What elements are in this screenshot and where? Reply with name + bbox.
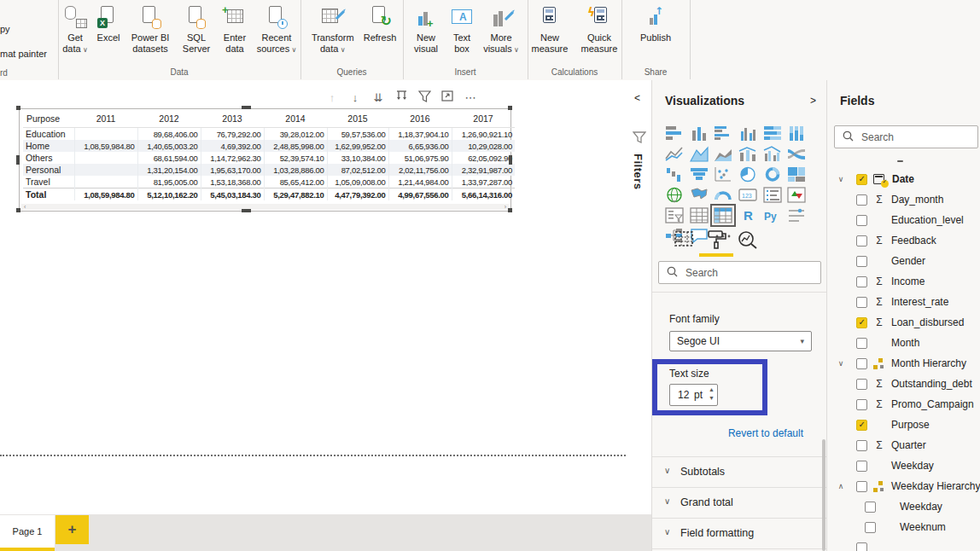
column-header[interactable]: 2014 xyxy=(264,111,327,128)
value-cell[interactable]: 1,40,65,003.20 xyxy=(137,140,201,152)
value-cell[interactable] xyxy=(74,128,137,141)
report-canvas[interactable]: ↑↓⇊⋯ Purpose2011201220132014201520162017… xyxy=(0,80,627,514)
value-cell[interactable]: 1,21,44,984.00 xyxy=(388,176,452,188)
ribbon-button-get-data[interactable]: Get data ∨ xyxy=(61,4,90,55)
python-visual-icon[interactable]: Py xyxy=(763,207,782,223)
format-pane-scrollbar[interactable] xyxy=(822,439,825,551)
value-cell[interactable]: 52,39,574.10 xyxy=(264,152,327,164)
expand-filters-chevron[interactable]: < xyxy=(634,92,640,104)
chevron-up-icon[interactable]: ∧ xyxy=(836,482,846,490)
field-item-month-hierarchy[interactable]: ∨Month Hierarchy xyxy=(827,353,980,374)
value-cell[interactable] xyxy=(74,176,137,188)
ribbon-button-excel[interactable]: XExcel xyxy=(95,4,122,44)
visual-horizontal-scrollbar[interactable]: ‹ › xyxy=(21,204,509,210)
field-item-month[interactable]: Month xyxy=(827,333,980,353)
field-item-day-month[interactable]: ΣDay_month xyxy=(827,189,980,210)
ribbon-button-recent-sources[interactable]: Recent sources ∨ xyxy=(255,4,298,55)
value-cell[interactable]: 1,62,99,952.00 xyxy=(327,140,388,152)
selection-handle[interactable] xyxy=(16,208,20,212)
ribbon-button-publish[interactable]: ↑Publish xyxy=(640,4,671,44)
value-cell[interactable]: 59,57,536.00 xyxy=(327,128,388,141)
column-header[interactable]: 2012 xyxy=(137,111,201,128)
page-tab[interactable]: Page 1 xyxy=(0,515,55,548)
filled-map-icon[interactable] xyxy=(690,187,709,203)
funnel-chart-icon[interactable] xyxy=(690,166,709,183)
field-checkbox[interactable] xyxy=(856,440,867,451)
stacked-bar-chart-icon[interactable] xyxy=(665,125,684,142)
field-item-education-level[interactable]: Education_level xyxy=(827,210,980,230)
field-item-date[interactable]: ∨Date xyxy=(827,169,980,189)
stacked-area-chart-icon[interactable] xyxy=(714,146,732,162)
total-value-cell[interactable]: 5,29,47,882.10 xyxy=(264,188,327,201)
row-header-cell[interactable]: Others xyxy=(23,152,74,164)
ribbon-button-refresh[interactable]: ↻Refresh xyxy=(364,4,397,44)
selection-handle[interactable] xyxy=(16,106,20,110)
ribbon-button-new-visual[interactable]: +New visual xyxy=(409,4,443,55)
total-value-cell[interactable]: 1,08,59,984.80 xyxy=(74,188,137,201)
field-checkbox[interactable] xyxy=(856,297,867,308)
column-header[interactable]: 2016 xyxy=(388,111,452,128)
field-checkbox[interactable] xyxy=(856,461,867,472)
column-header[interactable]: 2015 xyxy=(327,111,388,128)
column-header[interactable]: 2017 xyxy=(452,111,515,128)
field-checkbox[interactable] xyxy=(856,358,867,369)
total-value-cell[interactable]: 5,66,14,316.00 xyxy=(452,188,515,201)
value-cell[interactable]: 4,69,392.00 xyxy=(201,140,264,152)
card-icon[interactable]: 123 xyxy=(738,187,757,203)
stacked-column-chart-icon[interactable] xyxy=(690,125,709,142)
row-header-cell[interactable]: Education xyxy=(23,128,74,141)
field-checkbox[interactable] xyxy=(856,379,867,390)
field-checkbox[interactable] xyxy=(865,522,876,533)
ribbon-button-sql-server[interactable]: SQL Server xyxy=(178,4,214,55)
line-and-clustered-column-chart-icon[interactable] xyxy=(763,146,782,162)
row-header-cell[interactable]: Travel xyxy=(23,176,74,188)
total-value-cell[interactable]: 4,47,79,392.00 xyxy=(327,188,388,201)
field-item-weeknum[interactable]: Weeknum xyxy=(827,517,980,537)
ribbon-button-more-visuals[interactable]: More visuals ∨ xyxy=(481,4,522,55)
ribbon-chart-icon[interactable] xyxy=(787,146,806,162)
chevron-down-icon[interactable]: ∨ xyxy=(836,175,846,183)
field-checkbox[interactable] xyxy=(856,174,867,185)
revert-to-default-link[interactable]: Revert to default xyxy=(728,427,803,439)
stepper-arrows[interactable]: ▲▼ xyxy=(709,386,715,403)
field-checkbox[interactable] xyxy=(865,502,876,513)
field-checkbox[interactable] xyxy=(856,235,867,246)
selection-handle[interactable] xyxy=(508,106,512,110)
value-cell[interactable]: 89,68,406.00 xyxy=(137,128,201,141)
total-value-cell[interactable]: 5,12,10,162.20 xyxy=(137,188,201,201)
waterfall-chart-icon[interactable] xyxy=(665,166,684,183)
value-cell[interactable]: 1,18,37,904.10 xyxy=(388,128,452,141)
double-arrow-down-icon[interactable]: ⇊ xyxy=(371,91,385,104)
value-cell[interactable]: 62,05,092.90 xyxy=(452,152,515,164)
field-checkbox[interactable] xyxy=(856,481,867,492)
slider-visual-icon[interactable] xyxy=(787,207,806,223)
tab-fields[interactable] xyxy=(674,230,694,251)
ribbon-button-transform-data[interactable]: Transform data ∨ xyxy=(307,4,359,55)
value-cell[interactable]: 85,65,412.00 xyxy=(264,176,327,188)
multi-row-card-icon[interactable] xyxy=(763,187,782,203)
value-cell[interactable]: 1,33,97,287.00 xyxy=(452,176,515,188)
value-cell[interactable]: 76,79,292.00 xyxy=(201,128,264,141)
field-item-interest-rate[interactable]: ΣInterest_rate xyxy=(827,292,980,312)
value-cell[interactable]: 2,02,11,756.00 xyxy=(388,164,452,176)
value-cell[interactable]: 1,26,90,921.10 xyxy=(452,128,515,141)
text-size-stepper[interactable]: 12 pt ▲▼ xyxy=(669,384,718,406)
field-item-income[interactable]: ΣIncome xyxy=(827,271,980,292)
value-cell[interactable]: 6,65,936.00 xyxy=(388,140,452,152)
selection-handle[interactable] xyxy=(242,106,251,109)
scatter-chart-icon[interactable] xyxy=(714,166,732,183)
section-field-formatting[interactable]: ∨Field formatting xyxy=(652,519,826,549)
total-value-cell[interactable]: 5,45,03,184.30 xyxy=(201,188,264,201)
new-page-button[interactable]: + xyxy=(55,515,89,544)
value-cell[interactable]: 39,28,012.00 xyxy=(264,128,327,141)
tab-format[interactable] xyxy=(705,230,727,252)
field-item-gender[interactable]: Gender xyxy=(827,251,980,271)
arrow-up-icon[interactable]: ↑ xyxy=(325,91,339,104)
ribbon-button-new-measure[interactable]: New measure xyxy=(528,4,572,55)
total-label-cell[interactable]: Total xyxy=(23,188,74,201)
column-header[interactable]: 2013 xyxy=(201,111,264,128)
field-checkbox[interactable] xyxy=(856,215,867,226)
field-checkbox[interactable] xyxy=(856,194,867,206)
matrix-icon[interactable] xyxy=(714,207,732,223)
format-search-input[interactable] xyxy=(684,266,820,280)
